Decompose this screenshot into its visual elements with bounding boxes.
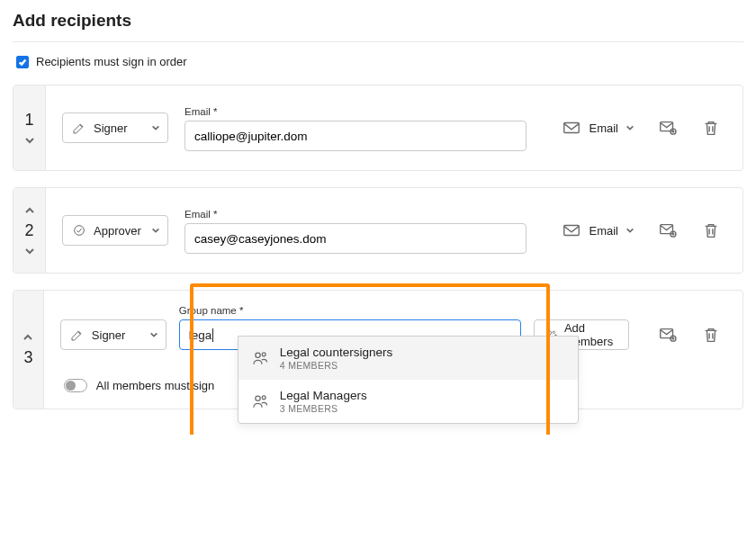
chevron-down-icon: [151, 226, 160, 235]
role-dropdown[interactable]: Signer: [60, 319, 166, 350]
order-number: 2: [24, 221, 33, 240]
order-rail: 3: [14, 291, 44, 409]
page-title: Add recipients: [13, 9, 743, 42]
svg-point-3: [75, 226, 85, 236]
svg-rect-0: [564, 123, 580, 133]
sign-in-order-checkbox[interactable]: [16, 56, 29, 68]
recipient-row: 2 Approver Email * Email: [13, 187, 743, 274]
pen-icon: [70, 328, 85, 342]
group-name-label: Group name *: [179, 305, 244, 316]
pen-icon: [72, 121, 86, 135]
private-message-icon[interactable]: [658, 325, 678, 345]
svg-point-11: [256, 353, 260, 357]
svg-rect-4: [564, 226, 580, 236]
svg-point-8: [553, 331, 555, 334]
role-dropdown[interactable]: Signer: [62, 112, 168, 143]
delivery-dropdown[interactable]: Email: [562, 118, 634, 138]
envelope-icon: [562, 220, 581, 240]
role-label: Signer: [92, 328, 126, 342]
role-label: Signer: [94, 121, 128, 135]
order-number: 1: [24, 111, 33, 130]
chevron-up-icon[interactable]: [24, 205, 35, 216]
chevron-down-icon: [149, 330, 158, 339]
trash-icon[interactable]: [701, 220, 721, 240]
private-message-icon[interactable]: [658, 220, 678, 240]
group-suggestion-item[interactable]: Legal countersigners 4 MEMBERS: [238, 337, 578, 380]
all-members-toggle[interactable]: [64, 379, 87, 392]
suggestion-name: Legal countersigners: [280, 346, 392, 359]
chevron-up-icon[interactable]: [22, 332, 33, 343]
delivery-label: Email: [589, 121, 618, 135]
chevron-down-icon[interactable]: [24, 246, 35, 256]
delivery-dropdown[interactable]: Email: [562, 220, 634, 240]
chevron-down-icon[interactable]: [24, 135, 35, 146]
suggestion-name: Legal Managers: [280, 389, 367, 402]
role-label: Approver: [94, 224, 141, 238]
svg-point-14: [262, 396, 266, 400]
order-rail: 2: [14, 188, 46, 273]
group-suggestion-item[interactable]: Legal Managers 3 MEMBERS: [238, 380, 578, 423]
svg-point-12: [262, 353, 266, 356]
chevron-down-icon: [151, 123, 160, 132]
email-label: Email *: [184, 106, 217, 117]
svg-point-13: [256, 396, 260, 400]
all-members-label: All members must sign: [96, 379, 214, 392]
trash-icon[interactable]: [701, 118, 721, 138]
email-label: Email *: [184, 209, 217, 220]
delivery-label: Email: [589, 224, 618, 238]
svg-point-7: [548, 331, 552, 335]
people-icon: [251, 392, 269, 410]
suggestion-sub: 4 MEMBERS: [280, 360, 392, 371]
chevron-down-icon: [626, 226, 634, 235]
group-suggestions-dropdown: Legal countersigners 4 MEMBERS Legal Man…: [238, 336, 579, 424]
order-rail: 1: [14, 85, 46, 170]
sign-in-order-label: Recipients must sign in order: [36, 55, 187, 68]
trash-icon[interactable]: [701, 325, 721, 345]
chevron-down-icon: [626, 123, 634, 132]
suggestion-sub: 3 MEMBERS: [280, 403, 367, 414]
email-field[interactable]: [184, 121, 526, 151]
envelope-icon: [562, 118, 581, 138]
people-icon: [251, 349, 269, 367]
email-field[interactable]: [184, 223, 526, 254]
check-circle-icon: [72, 223, 86, 238]
recipient-row: 1 Signer Email * Email: [13, 85, 743, 171]
recipient-row: 3 Signer Group name * lega Add members: [13, 290, 743, 409]
order-number: 3: [23, 348, 32, 367]
role-dropdown[interactable]: Approver: [62, 215, 168, 246]
private-message-icon[interactable]: [658, 118, 678, 138]
